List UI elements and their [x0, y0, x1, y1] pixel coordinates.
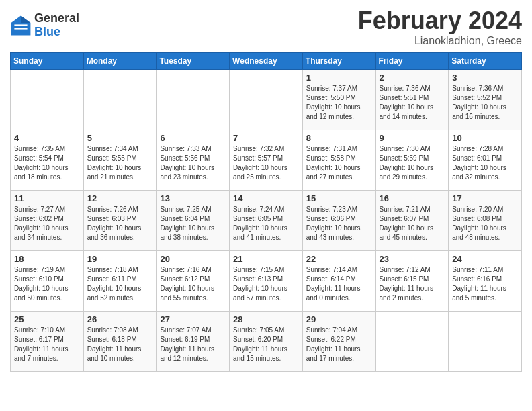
day-info: Sunrise: 7:36 AM Sunset: 5:52 PM Dayligh… [452, 84, 518, 122]
day-number: 20 [160, 254, 226, 264]
location: Lianokladhion, Greece [358, 35, 522, 47]
calendar-cell: 7Sunrise: 7:32 AM Sunset: 5:57 PM Daylig… [230, 130, 303, 191]
calendar-cell: 3Sunrise: 7:36 AM Sunset: 5:52 PM Daylig… [449, 70, 522, 130]
day-number: 2 [380, 73, 445, 83]
week-row-0: 1Sunrise: 7:37 AM Sunset: 5:50 PM Daylig… [11, 70, 522, 130]
calendar-cell: 15Sunrise: 7:23 AM Sunset: 6:06 PM Dayli… [302, 191, 375, 251]
calendar-cell [83, 70, 157, 130]
title-block: February 2024 Lianokladhion, Greece [358, 7, 522, 47]
calendar-cell [230, 70, 303, 130]
calendar-cell: 1Sunrise: 7:37 AM Sunset: 5:50 PM Daylig… [302, 70, 375, 130]
day-number: 19 [87, 254, 153, 264]
day-number: 1 [306, 73, 372, 83]
day-number: 13 [160, 193, 226, 203]
day-number: 7 [233, 133, 299, 143]
day-number: 26 [87, 314, 153, 324]
calendar-cell: 16Sunrise: 7:21 AM Sunset: 6:07 PM Dayli… [375, 191, 449, 251]
day-number: 5 [87, 133, 153, 143]
day-info: Sunrise: 7:21 AM Sunset: 6:07 PM Dayligh… [380, 205, 445, 242]
week-row-4: 25Sunrise: 7:10 AM Sunset: 6:17 PM Dayli… [11, 312, 522, 372]
header-day-friday: Friday [375, 53, 449, 70]
header-day-tuesday: Tuesday [157, 53, 230, 70]
day-info: Sunrise: 7:32 AM Sunset: 5:57 PM Dayligh… [233, 144, 299, 182]
svg-marker-1 [21, 15, 30, 22]
day-info: Sunrise: 7:15 AM Sunset: 6:13 PM Dayligh… [233, 265, 299, 303]
calendar-cell [449, 312, 522, 372]
day-number: 8 [306, 133, 372, 143]
calendar-cell: 18Sunrise: 7:19 AM Sunset: 6:10 PM Dayli… [11, 251, 84, 312]
day-number: 12 [87, 193, 153, 203]
day-info: Sunrise: 7:23 AM Sunset: 6:06 PM Dayligh… [306, 205, 372, 242]
calendar-cell [157, 70, 230, 130]
day-info: Sunrise: 7:07 AM Sunset: 6:19 PM Dayligh… [160, 326, 226, 363]
day-info: Sunrise: 7:31 AM Sunset: 5:58 PM Dayligh… [306, 144, 372, 182]
day-info: Sunrise: 7:14 AM Sunset: 6:14 PM Dayligh… [306, 265, 372, 303]
header-day-wednesday: Wednesday [230, 53, 303, 70]
calendar-cell: 6Sunrise: 7:33 AM Sunset: 5:56 PM Daylig… [157, 130, 230, 191]
calendar-cell: 28Sunrise: 7:05 AM Sunset: 6:20 PM Dayli… [230, 312, 303, 372]
day-number: 15 [306, 193, 372, 203]
day-number: 18 [14, 254, 80, 264]
day-number: 23 [380, 254, 445, 264]
calendar-cell: 11Sunrise: 7:27 AM Sunset: 6:02 PM Dayli… [11, 191, 84, 251]
day-info: Sunrise: 7:25 AM Sunset: 6:04 PM Dayligh… [160, 205, 226, 242]
day-number: 17 [452, 193, 518, 203]
header-day-monday: Monday [83, 53, 157, 70]
calendar-table: SundayMondayTuesdayWednesdayThursdayFrid… [10, 52, 522, 372]
day-info: Sunrise: 7:19 AM Sunset: 6:10 PM Dayligh… [14, 265, 80, 303]
calendar-cell: 24Sunrise: 7:11 AM Sunset: 6:16 PM Dayli… [449, 251, 522, 312]
calendar-cell [11, 70, 84, 130]
day-number: 10 [452, 133, 518, 143]
month-year: February 2024 [358, 7, 522, 35]
day-info: Sunrise: 7:28 AM Sunset: 6:01 PM Dayligh… [452, 144, 518, 182]
day-number: 11 [14, 193, 80, 203]
header-row: SundayMondayTuesdayWednesdayThursdayFrid… [11, 53, 522, 70]
day-info: Sunrise: 7:20 AM Sunset: 6:08 PM Dayligh… [452, 205, 518, 242]
day-info: Sunrise: 7:33 AM Sunset: 5:56 PM Dayligh… [160, 144, 226, 182]
logo-text: General Blue [34, 12, 79, 39]
day-info: Sunrise: 7:35 AM Sunset: 5:54 PM Dayligh… [14, 144, 80, 182]
logo-general: General [34, 12, 79, 26]
header-day-thursday: Thursday [302, 53, 375, 70]
day-info: Sunrise: 7:27 AM Sunset: 6:02 PM Dayligh… [14, 205, 80, 242]
day-number: 9 [380, 133, 445, 143]
day-info: Sunrise: 7:04 AM Sunset: 6:22 PM Dayligh… [306, 326, 372, 363]
day-number: 6 [160, 133, 226, 143]
calendar-cell: 2Sunrise: 7:36 AM Sunset: 5:51 PM Daylig… [375, 70, 449, 130]
day-number: 22 [306, 254, 372, 264]
day-info: Sunrise: 7:36 AM Sunset: 5:51 PM Dayligh… [380, 84, 445, 122]
calendar-cell: 9Sunrise: 7:30 AM Sunset: 5:59 PM Daylig… [375, 130, 449, 191]
day-info: Sunrise: 7:18 AM Sunset: 6:11 PM Dayligh… [87, 265, 153, 303]
week-row-3: 18Sunrise: 7:19 AM Sunset: 6:10 PM Dayli… [11, 251, 522, 312]
day-number: 25 [14, 314, 80, 324]
day-info: Sunrise: 7:26 AM Sunset: 6:03 PM Dayligh… [87, 205, 153, 242]
day-number: 4 [14, 133, 80, 143]
day-info: Sunrise: 7:10 AM Sunset: 6:17 PM Dayligh… [14, 326, 80, 363]
calendar-cell: 25Sunrise: 7:10 AM Sunset: 6:17 PM Dayli… [11, 312, 84, 372]
day-number: 29 [306, 314, 372, 324]
calendar-header: SundayMondayTuesdayWednesdayThursdayFrid… [11, 53, 522, 70]
day-info: Sunrise: 7:16 AM Sunset: 6:12 PM Dayligh… [160, 265, 226, 303]
calendar-cell: 8Sunrise: 7:31 AM Sunset: 5:58 PM Daylig… [302, 130, 375, 191]
calendar-cell: 21Sunrise: 7:15 AM Sunset: 6:13 PM Dayli… [230, 251, 303, 312]
svg-rect-2 [14, 24, 27, 26]
calendar-cell: 12Sunrise: 7:26 AM Sunset: 6:03 PM Dayli… [83, 191, 157, 251]
logo: General Blue [10, 12, 79, 39]
calendar-cell: 27Sunrise: 7:07 AM Sunset: 6:19 PM Dayli… [157, 312, 230, 372]
day-info: Sunrise: 7:05 AM Sunset: 6:20 PM Dayligh… [233, 326, 299, 363]
calendar-cell [375, 312, 449, 372]
page-header: General Blue February 2024 Lianokladhion… [10, 7, 522, 47]
calendar-cell: 23Sunrise: 7:12 AM Sunset: 6:15 PM Dayli… [375, 251, 449, 312]
week-row-2: 11Sunrise: 7:27 AM Sunset: 6:02 PM Dayli… [11, 191, 522, 251]
day-number: 27 [160, 314, 226, 324]
day-number: 24 [452, 254, 518, 264]
day-info: Sunrise: 7:08 AM Sunset: 6:18 PM Dayligh… [87, 326, 153, 363]
day-number: 3 [452, 73, 518, 83]
day-info: Sunrise: 7:12 AM Sunset: 6:15 PM Dayligh… [380, 265, 445, 303]
calendar-cell: 17Sunrise: 7:20 AM Sunset: 6:08 PM Dayli… [449, 191, 522, 251]
logo-blue: Blue [34, 26, 79, 39]
day-info: Sunrise: 7:30 AM Sunset: 5:59 PM Dayligh… [380, 144, 445, 182]
day-info: Sunrise: 7:34 AM Sunset: 5:55 PM Dayligh… [87, 144, 153, 182]
header-day-sunday: Sunday [11, 53, 84, 70]
calendar-cell: 13Sunrise: 7:25 AM Sunset: 6:04 PM Dayli… [157, 191, 230, 251]
